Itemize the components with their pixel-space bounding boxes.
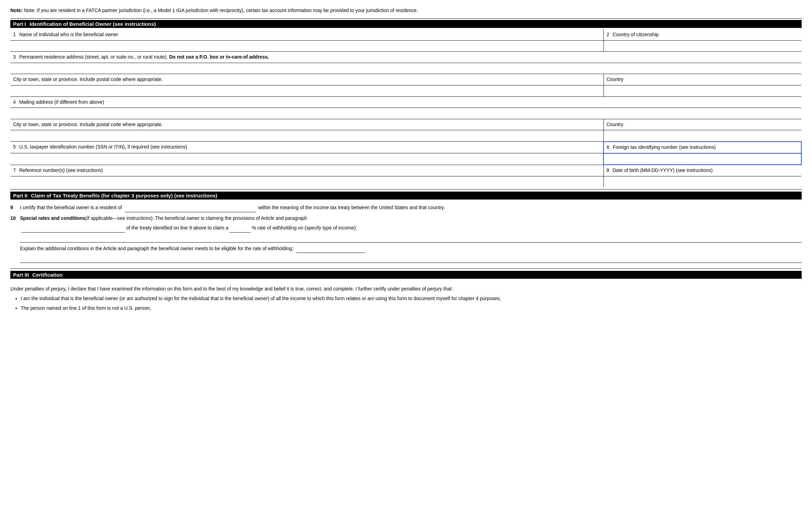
row-3-city-country: City or town, state or province. Include… — [10, 74, 801, 85]
field6-input-cell[interactable] — [603, 153, 801, 165]
field3-cell: 3 Permanent residence address (street, a… — [10, 52, 801, 63]
field5-label: U.S. taxpayer identification number (SSN… — [19, 144, 187, 150]
field5-number: 5 — [13, 144, 16, 150]
field7-input[interactable] — [13, 179, 601, 184]
row-3-label: 3 Permanent residence address (street, a… — [10, 52, 801, 63]
field8-input-cell[interactable] — [603, 176, 801, 187]
field2-input-cell[interactable] — [603, 40, 801, 52]
field1-input-cell[interactable] — [10, 40, 603, 52]
field3-city-input[interactable] — [13, 88, 601, 93]
field10-explain-label: Explain the additional conditions in the… — [20, 246, 293, 251]
field3-label: Permanent residence address (street, apt… — [19, 54, 168, 60]
row-1-2: 1 Name of individual who is the benefici… — [10, 29, 801, 40]
field10-text2: of the treaty identified on line 9 above… — [126, 224, 229, 232]
divider-top — [10, 18, 802, 19]
field10-text: Special rates and conditions (if applica… — [20, 214, 802, 264]
part1-table: 1 Name of individual who is the benefici… — [10, 29, 802, 187]
field1-cell: 1 Name of individual who is the benefici… — [10, 29, 603, 40]
field1-label: Name of individual who is the beneficial… — [19, 32, 118, 37]
row-5-6-label: 5 U.S. taxpayer identification number (S… — [10, 142, 801, 153]
field10-text1: (if applicable—see instructions): The be… — [85, 214, 307, 223]
field2-input[interactable] — [607, 43, 799, 49]
field9-text-after: within the meaning of the income tax tre… — [258, 205, 445, 210]
field3-country-input-cell[interactable] — [603, 85, 801, 96]
row-7-8-input — [10, 176, 801, 187]
field4-country-input-cell[interactable] — [603, 130, 801, 142]
field4-city-input-cell[interactable] — [10, 130, 603, 142]
field3-city-input-cell[interactable] — [10, 85, 603, 96]
field10-explain-input[interactable] — [296, 245, 365, 253]
note-text: Note: Note: If you are resident in a FAT… — [10, 7, 802, 14]
field10-article-input[interactable] — [21, 224, 125, 233]
part3-header: Part III Certification — [10, 271, 802, 279]
part2-header: Part II Claim of Tax Treaty Benefits (fo… — [10, 192, 802, 200]
field10-income-line — [20, 234, 802, 243]
part2-label: Part II — [13, 193, 28, 198]
field3-input[interactable] — [13, 65, 799, 71]
part3-certification-text: Under penalties of perjury, I declare th… — [10, 283, 802, 295]
field10-line1: Special rates and conditions (if applica… — [20, 214, 802, 223]
field3-bold: Do not use a P.O. box or in-care-of addr… — [169, 54, 269, 60]
field10-explain-continuation — [20, 254, 802, 263]
field10-number: 10 — [10, 214, 20, 264]
field4-country-input[interactable] — [607, 133, 799, 138]
field3-country-label: Country — [607, 76, 623, 82]
field4-input[interactable] — [13, 110, 799, 116]
field9-input-underline[interactable] — [125, 204, 256, 212]
part1-label: Part I — [13, 21, 26, 27]
field7-cell: 7 Reference number(s) (see instructions) — [10, 165, 603, 176]
field10-explain-full-input[interactable] — [20, 254, 802, 263]
bullet-item-1: I am the individual that is the benefici… — [21, 295, 802, 303]
field2-cell: 2 Country of citizenship — [603, 29, 801, 40]
field3-country-input[interactable] — [607, 88, 799, 93]
field4-city-input[interactable] — [13, 133, 601, 138]
part1-title: Identification of Beneficial Owner (see … — [30, 21, 156, 27]
field6-input[interactable] — [607, 156, 798, 162]
field6-cell: 6 Foreign tax identifying number (see in… — [603, 142, 801, 153]
field1-input[interactable] — [13, 43, 601, 49]
note-content: Note: If you are resident in a FATCA par… — [24, 8, 418, 13]
field7-input-cell[interactable] — [10, 176, 603, 187]
part1-header: Part I Identification of Beneficial Owne… — [10, 20, 802, 28]
row-1-2-input — [10, 40, 801, 52]
field9-text: I certify that the beneficial owner is a… — [20, 204, 802, 212]
field8-cell: 8 Date of birth (MM-DD-YYYY) (see instru… — [603, 165, 801, 176]
part2-content: 9 I certify that the beneficial owner is… — [10, 202, 802, 266]
field5-input[interactable] — [13, 156, 600, 161]
field9-text-before: I certify that the beneficial owner is a… — [20, 205, 122, 210]
field4-number: 4 — [13, 99, 16, 105]
field5-input-cell[interactable] — [10, 153, 603, 165]
field6-label: Foreign tax identifying number (see inst… — [613, 144, 716, 150]
part3-title: Certification — [32, 272, 63, 278]
field10-row: 10 Special rates and conditions (if appl… — [10, 214, 802, 264]
field10-rate-input[interactable] — [230, 224, 251, 233]
field6-number: 6 — [607, 144, 609, 150]
field8-number: 8 — [607, 167, 609, 173]
field10-explain-line: Explain the additional conditions in the… — [20, 245, 802, 253]
divider-part3 — [10, 268, 802, 269]
field10-bold: Special rates and conditions — [20, 214, 85, 223]
field3-input-cell[interactable] — [10, 63, 801, 74]
field2-label: Country of citizenship — [612, 32, 659, 37]
row-3-city-country-input — [10, 85, 801, 96]
field3-number: 3 — [13, 54, 16, 60]
field10-income-input[interactable] — [20, 234, 802, 243]
bullet-item-2: The person named on line 1 of this form … — [21, 304, 802, 313]
field8-input[interactable] — [607, 179, 799, 184]
field3-country-cell: Country — [603, 74, 801, 85]
row-4-input — [10, 108, 801, 119]
field9-number: 9 — [10, 204, 20, 212]
row-3-input — [10, 63, 801, 74]
part3-bullet-list: I am the individual that is the benefici… — [10, 295, 802, 313]
row-4-city-country: City or town, state or province. Include… — [10, 119, 801, 130]
part2-section: 9 I certify that the beneficial owner is… — [10, 202, 802, 266]
field4-city-label: City or town, state or province. Include… — [13, 122, 163, 127]
field10-line2: of the treaty identified on line 9 above… — [20, 224, 802, 233]
row-5-6-input — [10, 153, 801, 165]
field3-city-cell: City or town, state or province. Include… — [10, 74, 603, 85]
field7-label: Reference number(s) (see instructions) — [19, 167, 103, 173]
field4-input-cell[interactable] — [10, 108, 801, 119]
row-7-8-label: 7 Reference number(s) (see instructions)… — [10, 165, 801, 176]
field10-text3: % rate of withholding on (specify type o… — [252, 224, 357, 232]
row-4-label: 4 Mailing address (if different from abo… — [10, 96, 801, 108]
